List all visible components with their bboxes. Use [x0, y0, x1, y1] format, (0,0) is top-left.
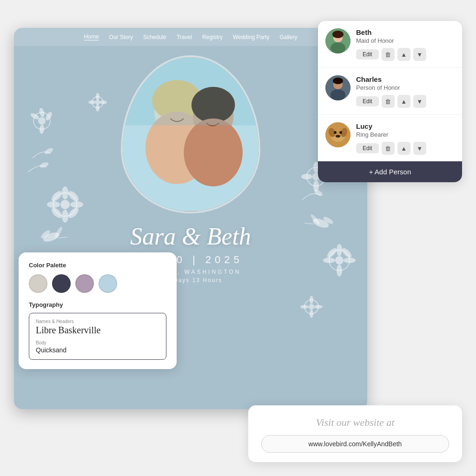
color-swatch-4[interactable] — [99, 274, 117, 293]
typography-title: Typography — [29, 301, 166, 308]
person-charles: Charles Person of Honor Edit 🗑 ▲ ▼ — [318, 68, 462, 115]
avatar-charles — [325, 75, 350, 100]
website-card: Visit our website at www.lovebird.com/Ke… — [248, 405, 462, 462]
lucy-name: Lucy — [356, 122, 455, 130]
svg-point-78 — [336, 135, 340, 138]
svg-point-70 — [333, 78, 343, 84]
beth-info: Beth Maid of Honor Edit 🗑 ▲ ▼ — [356, 28, 455, 61]
person-lucy: Lucy Ring Bearer Edit 🗑 ▲ ▼ — [318, 115, 462, 161]
lucy-delete-button[interactable]: 🗑 — [382, 142, 395, 155]
svg-point-68 — [331, 89, 345, 100]
charles-down-button[interactable]: ▼ — [413, 95, 426, 108]
wedding-title: Sara & Beth — [14, 223, 367, 250]
color-swatch-2[interactable] — [52, 274, 71, 293]
body-font: Quicksand — [36, 346, 159, 354]
nav-our-story[interactable]: Our Story — [109, 34, 133, 40]
color-swatches — [29, 274, 166, 293]
color-palette-panel: Color Palette Typography Names & Headers… — [19, 252, 177, 369]
svg-point-45 — [300, 305, 309, 309]
nav-gallery[interactable]: Gallery — [279, 34, 297, 40]
lucy-info: Lucy Ring Bearer Edit 🗑 ▲ ▼ — [356, 122, 455, 155]
svg-point-76 — [334, 131, 337, 134]
svg-point-44 — [310, 310, 313, 318]
svg-point-46 — [314, 305, 323, 309]
wedding-party-panel: Beth Maid of Honor Edit 🗑 ▲ ▼ Charles — [318, 21, 462, 182]
couple-photo — [123, 57, 258, 212]
color-swatch-1[interactable] — [29, 274, 47, 293]
svg-point-41 — [304, 300, 318, 314]
beth-role: Maid of Honor — [356, 37, 455, 44]
charles-info: Charles Person of Honor Edit 🗑 ▲ ▼ — [356, 75, 455, 108]
lucy-down-button[interactable]: ▼ — [413, 142, 426, 155]
svg-rect-60 — [123, 58, 258, 126]
wedding-hero — [14, 46, 367, 213]
lucy-role: Ring Bearer — [356, 131, 455, 138]
svg-point-77 — [339, 131, 342, 134]
add-person-button[interactable]: + Add Person — [318, 161, 462, 182]
wedding-nav: Home Our Story Schedule Travel Registry … — [14, 28, 367, 46]
charles-up-button[interactable]: ▲ — [397, 95, 410, 108]
charles-role: Person of Honor — [356, 84, 455, 91]
palette-title: Color Palette — [29, 262, 166, 269]
typography-box: Names & Headers Libre Baskerville Body Q… — [29, 313, 166, 360]
color-swatch-3[interactable] — [75, 274, 94, 293]
charles-delete-button[interactable]: 🗑 — [382, 95, 395, 108]
svg-point-65 — [332, 31, 344, 38]
svg-point-42 — [309, 304, 314, 310]
beth-up-button[interactable]: ▲ — [397, 48, 410, 61]
website-heading: Visit our website at — [261, 416, 449, 429]
nav-home[interactable]: Home — [84, 33, 99, 40]
beth-delete-button[interactable]: 🗑 — [382, 48, 395, 61]
charles-name: Charles — [356, 75, 455, 83]
beth-down-button[interactable]: ▼ — [413, 48, 426, 61]
nav-schedule[interactable]: Schedule — [143, 34, 166, 40]
couple-photo-frame — [121, 55, 260, 213]
lucy-up-button[interactable]: ▲ — [397, 142, 410, 155]
avatar-beth — [325, 28, 350, 53]
person-beth: Beth Maid of Honor Edit 🗑 ▲ ▼ — [318, 21, 462, 68]
lucy-actions: Edit 🗑 ▲ ▼ — [356, 142, 455, 155]
charles-actions: Edit 🗑 ▲ ▼ — [356, 95, 455, 108]
svg-point-63 — [331, 42, 345, 53]
names-font: Libre Baskerville — [36, 325, 159, 336]
avatar-lucy — [325, 122, 350, 147]
beth-name: Beth — [356, 28, 455, 36]
nav-registry[interactable]: Registry — [202, 34, 223, 40]
svg-point-59 — [184, 119, 243, 186]
svg-point-43 — [310, 296, 313, 304]
beth-actions: Edit 🗑 ▲ ▼ — [356, 48, 455, 61]
nav-wedding-party[interactable]: Wedding Party — [233, 34, 270, 40]
nav-travel[interactable]: Travel — [177, 34, 192, 40]
body-label: Body — [36, 340, 159, 345]
website-url[interactable]: www.lovebird.com/KellyAndBeth — [261, 435, 449, 453]
charles-edit-button[interactable]: Edit — [356, 96, 379, 106]
names-label: Names & Headers — [36, 319, 159, 324]
beth-edit-button[interactable]: Edit — [356, 49, 379, 60]
lucy-edit-button[interactable]: Edit — [356, 143, 379, 153]
